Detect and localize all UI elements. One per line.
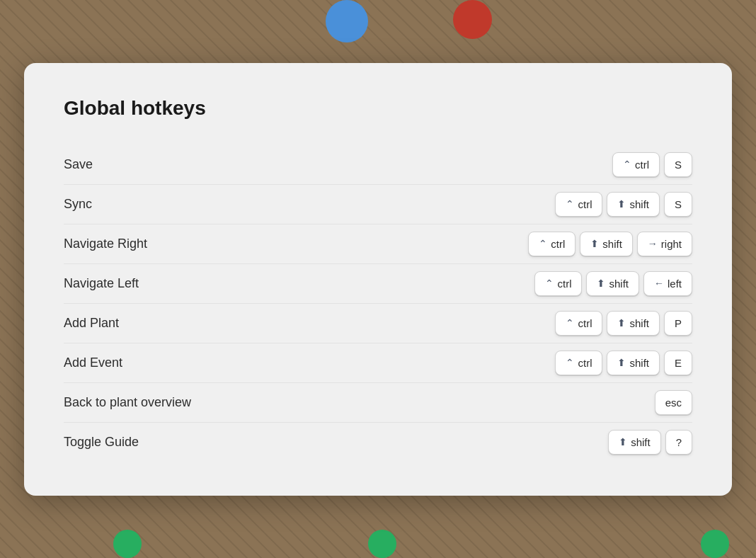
key-badge: ←left: [643, 271, 692, 296]
arrow-up-icon: ⬆: [597, 278, 605, 289]
modal-overlay: Global hotkeys Save⌃ctrlSSync⌃ctrl⬆shift…: [0, 0, 756, 558]
modal-title: Global hotkeys: [64, 97, 692, 120]
hotkey-keys: ⌃ctrl⬆shift←left: [534, 271, 692, 296]
hotkey-label: Toggle Guide: [64, 435, 139, 450]
key-text: shift: [629, 198, 649, 210]
arrow-left-icon: ←: [654, 278, 664, 289]
arrow-up-icon: ⬆: [617, 317, 626, 329]
key-text: ctrl: [557, 278, 571, 290]
key-badge: E: [664, 351, 692, 375]
key-text: ctrl: [635, 159, 649, 171]
hotkey-label: Add Event: [64, 355, 122, 370]
key-badge: ⌃ctrl: [612, 152, 660, 177]
hotkey-label: Save: [64, 157, 93, 172]
hotkey-row: Save⌃ctrlS: [64, 145, 692, 185]
key-text: shift: [629, 317, 649, 329]
key-badge: ⬆shift: [607, 351, 660, 375]
caret-up-icon: ⌃: [566, 198, 574, 210]
key-text: left: [668, 278, 682, 290]
key-text: ?: [676, 436, 682, 448]
caret-up-icon: ⌃: [566, 357, 574, 368]
key-badge: ⬆shift: [607, 192, 660, 217]
hotkey-row: Add Plant⌃ctrl⬆shiftP: [64, 304, 692, 343]
key-text: ctrl: [578, 317, 592, 329]
hotkey-row: Toggle Guide⬆shift?: [64, 423, 692, 462]
key-badge: P: [664, 311, 692, 336]
hotkey-keys: ⬆shift?: [608, 430, 692, 455]
hotkey-row: Add Event⌃ctrl⬆shiftE: [64, 343, 692, 383]
arrow-up-icon: ⬆: [617, 357, 626, 368]
hotkey-row: Back to plant overviewesc: [64, 383, 692, 423]
hotkey-row: Sync⌃ctrl⬆shiftS: [64, 185, 692, 224]
key-badge: ⌃ctrl: [555, 351, 602, 375]
hotkey-keys: ⌃ctrl⬆shiftP: [555, 311, 692, 336]
key-badge: ⌃ctrl: [534, 271, 582, 296]
hotkey-keys: ⌃ctrl⬆shiftE: [555, 351, 692, 375]
caret-up-icon: ⌃: [545, 278, 554, 289]
hotkey-list: Save⌃ctrlSSync⌃ctrl⬆shiftSNavigate Right…: [64, 145, 692, 462]
caret-up-icon: ⌃: [566, 317, 574, 329]
hotkey-label: Navigate Right: [64, 237, 147, 251]
key-text: esc: [665, 397, 682, 409]
key-badge: ⬆shift: [580, 232, 633, 256]
key-badge: →right: [637, 232, 692, 256]
hotkey-keys: esc: [655, 390, 692, 415]
hotkey-row: Navigate Right⌃ctrl⬆shift→right: [64, 224, 692, 264]
hotkey-row: Navigate Left⌃ctrl⬆shift←left: [64, 264, 692, 304]
hotkey-keys: ⌃ctrl⬆shift→right: [528, 232, 692, 256]
key-text: ctrl: [578, 357, 592, 369]
hotkey-label: Back to plant overview: [64, 395, 191, 410]
key-badge: ⬆shift: [607, 311, 660, 336]
key-text: P: [675, 317, 682, 329]
caret-up-icon: ⌃: [623, 159, 631, 170]
key-badge: ⌃ctrl: [528, 232, 575, 256]
key-badge: ?: [665, 430, 692, 455]
key-text: shift: [631, 436, 651, 448]
key-text: shift: [629, 357, 649, 369]
key-badge: ⌃ctrl: [555, 311, 602, 336]
key-badge: ⬆shift: [586, 271, 639, 296]
key-text: shift: [602, 238, 622, 250]
hotkeys-modal: Global hotkeys Save⌃ctrlSSync⌃ctrl⬆shift…: [24, 63, 732, 496]
key-badge: ⬆shift: [608, 430, 661, 455]
key-text: right: [661, 238, 682, 250]
arrow-right-icon: →: [648, 238, 658, 249]
hotkey-label: Add Plant: [64, 316, 119, 331]
hotkey-keys: ⌃ctrlS: [612, 152, 692, 177]
key-text: shift: [609, 278, 629, 290]
key-badge: esc: [655, 390, 692, 415]
arrow-up-icon: ⬆: [590, 238, 599, 249]
caret-up-icon: ⌃: [539, 238, 547, 249]
hotkey-label: Sync: [64, 197, 92, 212]
key-badge: S: [664, 192, 692, 217]
arrow-up-icon: ⬆: [617, 198, 626, 210]
key-text: ctrl: [578, 198, 592, 210]
key-text: S: [675, 159, 682, 171]
arrow-up-icon: ⬆: [619, 436, 627, 448]
key-text: ctrl: [551, 238, 565, 250]
key-badge: S: [664, 152, 692, 177]
key-badge: ⌃ctrl: [555, 192, 602, 217]
key-text: S: [675, 198, 682, 210]
hotkey-label: Navigate Left: [64, 276, 139, 291]
key-text: E: [675, 357, 682, 369]
hotkey-keys: ⌃ctrl⬆shiftS: [555, 192, 692, 217]
